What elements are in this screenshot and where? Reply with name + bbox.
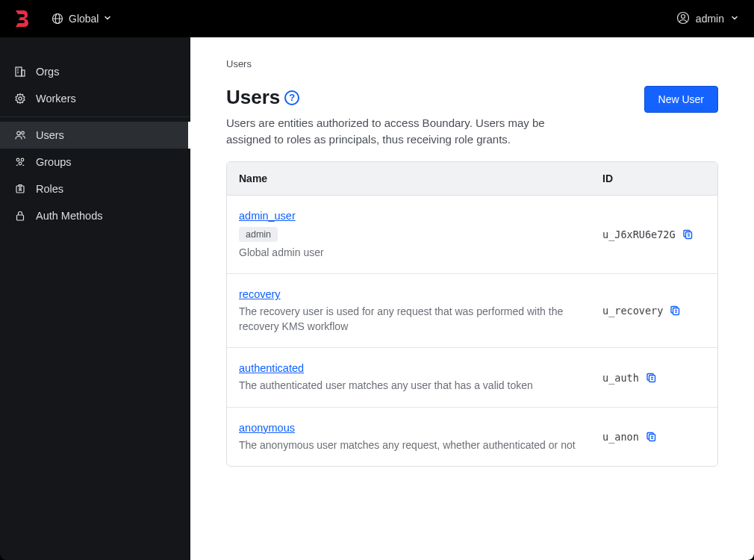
- svg-rect-29: [649, 435, 655, 441]
- boundary-logo[interactable]: [12, 8, 33, 29]
- sidebar-item-label: Roles: [36, 183, 63, 195]
- user-name-link[interactable]: recovery: [239, 288, 281, 300]
- cell-name: admin_useradminGlobal admin user: [227, 196, 591, 275]
- user-id: u_anon: [602, 431, 639, 443]
- svg-point-10: [19, 97, 22, 100]
- scope-label: Global: [69, 13, 99, 25]
- svg-point-14: [21, 158, 24, 161]
- scope-selector[interactable]: Global: [51, 12, 112, 25]
- app-root: Global admin: [0, 0, 754, 560]
- lock-icon: [13, 209, 27, 223]
- cell-name: authenticatedThe authenticated user matc…: [227, 348, 591, 408]
- user-description: The authenticated user matches any user …: [239, 379, 579, 393]
- svg-point-4: [681, 14, 685, 18]
- column-name: Name: [227, 162, 591, 196]
- table-row: anonymousThe anonymous user matches any …: [227, 408, 717, 467]
- sidebar-item-users[interactable]: Users: [0, 122, 190, 149]
- sidebar-item-groups[interactable]: Groups: [0, 149, 190, 175]
- id-cell: u_J6xRU6e72G: [602, 228, 705, 241]
- page-title-row: Users ?: [226, 86, 577, 109]
- svg-rect-20: [685, 231, 691, 238]
- page-description: Users are entities authorized to access …: [226, 115, 577, 148]
- svg-rect-23: [673, 308, 679, 315]
- roles-icon: [13, 182, 27, 196]
- nav-section-iam: Users Groups: [0, 122, 190, 229]
- org-icon: [13, 65, 27, 78]
- table-row: recoveryThe recovery user is used for an…: [227, 274, 717, 348]
- nav-divider: [0, 116, 190, 117]
- sidebar-item-label: Users: [36, 129, 64, 141]
- sidebar-item-roles[interactable]: Roles: [0, 175, 190, 202]
- cell-name: anonymousThe anonymous user matches any …: [227, 408, 591, 467]
- id-cell: u_auth: [602, 371, 705, 385]
- page-title: Users: [226, 86, 280, 109]
- page-header: Users ? Users are entities authorized to…: [226, 86, 718, 148]
- user-circle-icon: [676, 11, 690, 27]
- globe-icon: [51, 12, 64, 25]
- user-dropdown[interactable]: admin: [676, 11, 739, 27]
- user-description: Global admin user: [239, 246, 579, 261]
- svg-point-13: [16, 158, 19, 161]
- sidebar: Orgs Workers: [0, 37, 190, 560]
- user-badge: admin: [239, 227, 278, 242]
- svg-point-12: [22, 131, 25, 134]
- user-description: The anonymous user matches any request, …: [239, 438, 579, 453]
- sidebar-item-label: Workers: [36, 93, 76, 105]
- id-cell: u_anon: [602, 430, 705, 444]
- user-name-link[interactable]: admin_user: [239, 210, 296, 222]
- copy-icon[interactable]: [645, 371, 658, 385]
- table-row: authenticatedThe authenticated user matc…: [227, 348, 717, 408]
- copy-icon[interactable]: [645, 430, 658, 444]
- main-area: Orgs Workers: [0, 37, 754, 560]
- page-header-left: Users ? Users are entities authorized to…: [226, 86, 577, 148]
- svg-point-11: [17, 131, 21, 135]
- users-table: Name ID admin_useradminGlobal admin user…: [226, 161, 718, 467]
- table-row: admin_useradminGlobal admin useru_J6xRU6…: [227, 196, 717, 275]
- svg-point-15: [19, 162, 22, 165]
- id-cell: u_recovery: [602, 304, 705, 317]
- sidebar-item-auth-methods[interactable]: Auth Methods: [0, 202, 190, 229]
- user-id: u_J6xRU6e72G: [602, 228, 676, 240]
- user-description: The recovery user is used for any reques…: [239, 305, 579, 334]
- sidebar-item-label: Auth Methods: [36, 210, 102, 222]
- sidebar-item-label: Groups: [36, 156, 72, 168]
- svg-rect-6: [22, 70, 25, 76]
- user-name-link[interactable]: authenticated: [239, 362, 304, 374]
- topbar-left: Global: [12, 8, 112, 29]
- sidebar-item-label: Orgs: [36, 66, 59, 78]
- chevron-down-icon: [730, 13, 739, 25]
- cell-name: recoveryThe recovery user is used for an…: [227, 274, 591, 348]
- help-icon[interactable]: ?: [284, 90, 299, 105]
- svg-rect-19: [17, 215, 24, 220]
- chevron-down-icon: [103, 13, 112, 25]
- groups-icon: [13, 155, 27, 169]
- boundary-logo-icon: [13, 9, 31, 28]
- svg-rect-5: [16, 67, 22, 76]
- sidebar-item-workers[interactable]: Workers: [0, 85, 190, 112]
- cell-id: u_J6xRU6e72G: [591, 196, 717, 275]
- user-id: u_auth: [602, 372, 639, 384]
- topbar: Global admin: [0, 0, 754, 37]
- users-icon: [13, 128, 27, 142]
- cell-id: u_recovery: [591, 274, 717, 348]
- nav-section-top: Orgs Workers: [0, 58, 190, 112]
- column-id: ID: [591, 162, 717, 196]
- sidebar-item-orgs[interactable]: Orgs: [0, 58, 190, 85]
- svg-rect-26: [649, 375, 655, 382]
- user-name-link[interactable]: anonymous: [239, 422, 295, 434]
- workers-icon: [13, 92, 27, 105]
- copy-icon[interactable]: [669, 304, 682, 317]
- breadcrumb: Users: [226, 58, 718, 69]
- cell-id: u_auth: [591, 348, 717, 408]
- user-label: admin: [696, 13, 724, 25]
- new-user-button[interactable]: New User: [644, 86, 718, 113]
- user-id: u_recovery: [602, 305, 663, 317]
- cell-id: u_anon: [591, 408, 717, 467]
- content: Users Users ? Users are entities authori…: [190, 37, 754, 560]
- table-header: Name ID: [227, 162, 717, 196]
- copy-icon[interactable]: [682, 228, 695, 241]
